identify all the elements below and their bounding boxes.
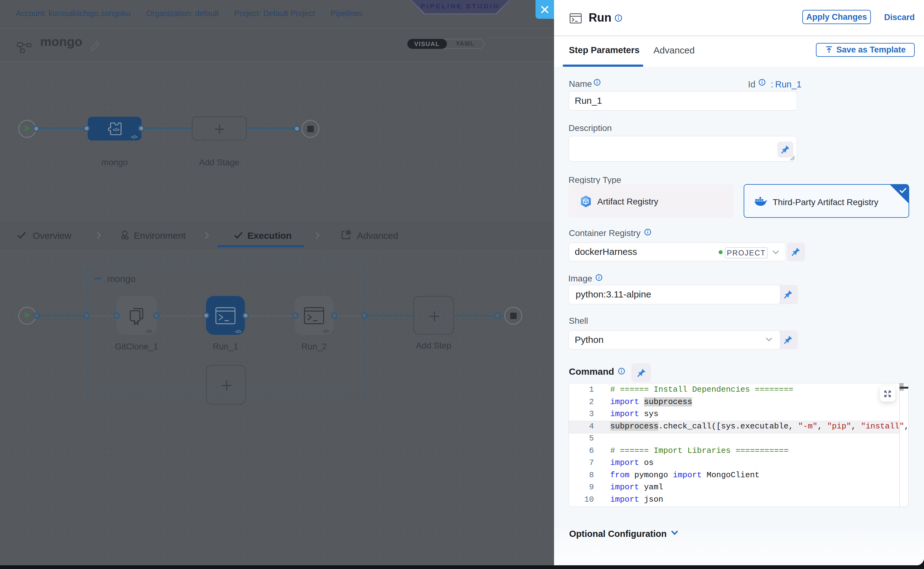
svg-text:</>: </> — [113, 127, 120, 132]
